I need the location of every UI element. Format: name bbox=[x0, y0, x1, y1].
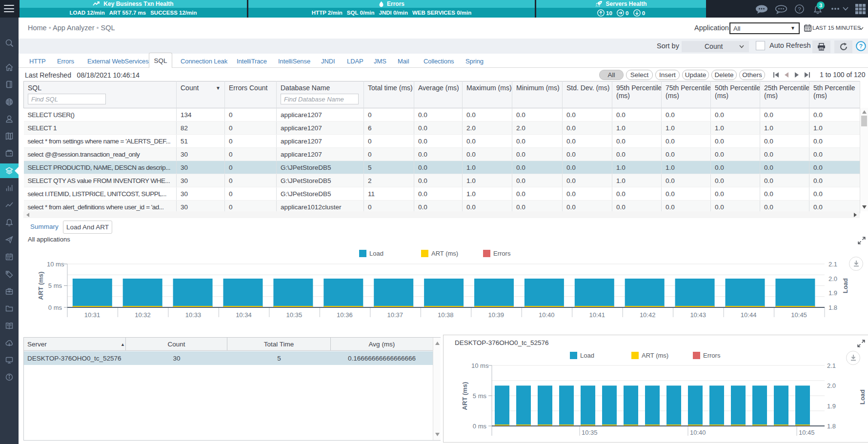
svg-text:?: ? bbox=[798, 6, 801, 12]
svg-text:?: ? bbox=[859, 43, 863, 50]
